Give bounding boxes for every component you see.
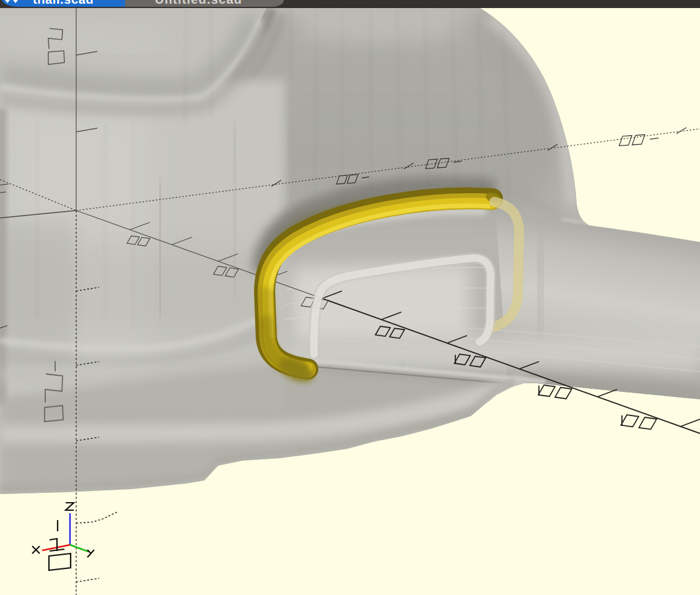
- svg-text:thali.scad: thali.scad: [33, 0, 94, 6]
- svg-text:Untitled.scad: Untitled.scad: [155, 0, 242, 6]
